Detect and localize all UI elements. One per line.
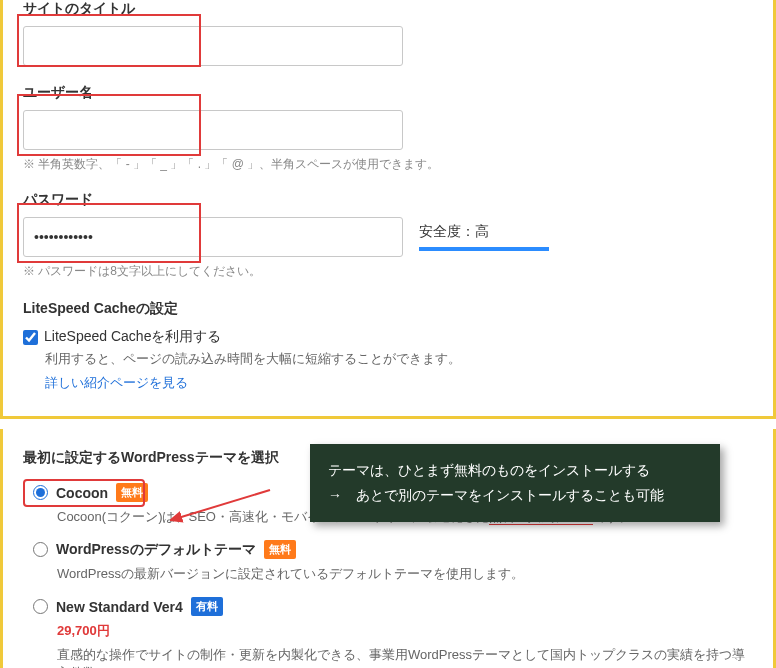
theme-radio-newstandard[interactable] [33,599,48,614]
password-input[interactable] [23,217,403,257]
litespeed-title: LiteSpeed Cacheの設定 [23,300,753,318]
safety-label: 安全度：高 [419,223,549,241]
username-help: ※ 半角英数字、「 - 」「 _ 」「 . 」「 @ 」、半角スペースが使用でき… [23,156,753,173]
password-help: ※ パスワードは8文字以上にしてください。 [23,263,753,280]
username-label: ユーザー名 [23,84,753,102]
username-input[interactable] [23,110,403,150]
site-title-label: サイトのタイトル [23,0,753,18]
litespeed-desc: 利用すると、ページの読み込み時間を大幅に短縮することができます。 [45,350,753,368]
litespeed-checkbox-label: LiteSpeed Cacheを利用する [44,328,221,346]
theme-name-newstandard: New Standard Ver4 [56,599,183,615]
site-title-input[interactable] [23,26,403,66]
theme-radio-cocoon[interactable] [33,485,48,500]
theme-name-cocoon: Cocoon [56,485,108,501]
theme-desc-default: WordPressの最新バージョンに設定されているデフォルトテーマを使用します。 [57,565,753,583]
theme-name-default: WordPressのデフォルトテーマ [56,541,256,559]
badge-free-icon: 無料 [264,540,296,559]
theme-radio-default[interactable] [33,542,48,557]
litespeed-checkbox[interactable] [23,330,38,345]
theme-price-newstandard: 29,700円 [57,622,753,640]
theme-desc-newstandard: 直感的な操作でサイトの制作・更新を内製化できる、事業用WordPressテーマと… [57,646,753,668]
litespeed-link[interactable]: 詳しい紹介ページを見る [45,374,188,392]
annotation-tooltip: テーマは、ひとまず無料のものをインストールする → あとで別のテーマをインストー… [310,444,720,522]
badge-free-icon: 無料 [116,483,148,502]
password-label: パスワード [23,191,753,209]
safety-bar [419,247,549,251]
badge-paid-icon: 有料 [191,597,223,616]
